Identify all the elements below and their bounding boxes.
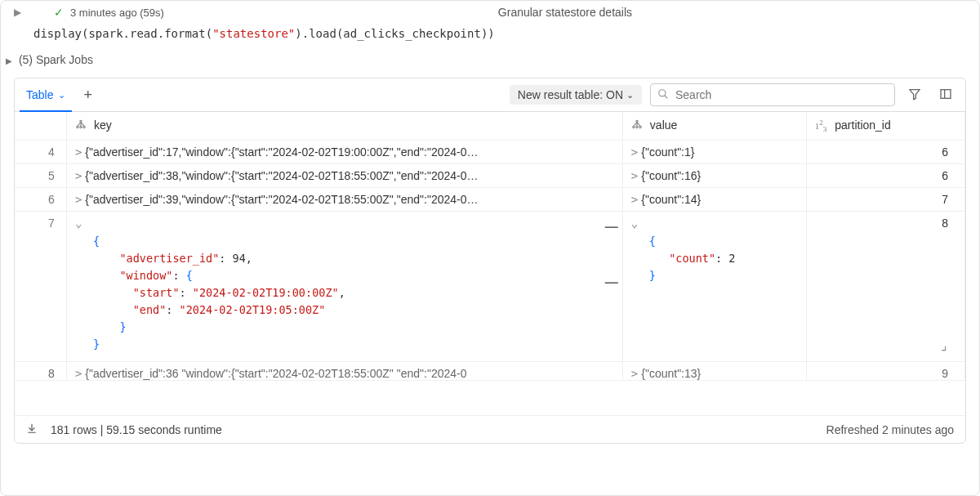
cell-title: Granular statestore details: [164, 6, 966, 19]
svg-point-12: [636, 120, 638, 122]
json-value-content: { "count": 2 }: [631, 230, 798, 288]
col-header-partition-label: partition_id: [835, 118, 891, 132]
svg-line-16: [634, 123, 637, 127]
table-row[interactable]: 4>{"advertiser_id":17,"window":{"start":…: [15, 141, 965, 164]
expand-chevron-icon[interactable]: >: [75, 193, 82, 206]
svg-rect-3: [941, 89, 951, 98]
svg-point-6: [77, 126, 78, 127]
expand-chevron-icon[interactable]: >: [75, 367, 82, 380]
code-string: "statestore": [212, 27, 295, 40]
svg-line-9: [78, 123, 81, 127]
table-row[interactable]: 6>{"advertiser_id":39,"window":{"start":…: [15, 188, 965, 212]
expand-chevron-icon[interactable]: >: [631, 193, 638, 206]
col-header-key[interactable]: key: [66, 112, 622, 141]
spark-jobs-label: (5) Spark Jobs: [19, 53, 93, 66]
cell-value-expanded[interactable]: ⌄{ "count": 2 }: [622, 212, 806, 361]
run-cell-icon[interactable]: ▶: [14, 7, 21, 18]
col-header-partition[interactable]: 123 partition_id: [806, 112, 964, 141]
json-key-content: { "advertiser_id": 94, "window": { "star…: [75, 230, 614, 355]
table-row-expanded[interactable]: 7⌄{ "advertiser_id": 94, "window": { "st…: [15, 212, 965, 361]
col-header-key-label: key: [94, 118, 112, 132]
row-index: 4: [15, 141, 66, 164]
cell-key[interactable]: >{"advertiser_id":36 "window":{"start":"…: [66, 361, 622, 380]
collapse-chevron-icon[interactable]: ⌄: [75, 217, 82, 230]
result-toolbar: Table ⌄ + New result table: ON ⌄: [15, 78, 965, 112]
tab-table[interactable]: Table ⌄: [23, 83, 69, 106]
tab-label: Table: [26, 88, 53, 101]
resize-corner-icon[interactable]: ⌟: [941, 337, 947, 353]
search-icon: [657, 88, 669, 102]
cell-key[interactable]: >{"advertiser_id":17,"window":{"start":"…: [66, 141, 622, 164]
inline-scrollbar[interactable]: ——: [606, 220, 617, 290]
cell-partition: 6: [806, 164, 964, 188]
result-panel: Table ⌄ + New result table: ON ⌄: [14, 78, 966, 444]
cell-partition: 7: [806, 188, 964, 212]
search-box[interactable]: [650, 83, 895, 106]
svg-point-13: [633, 126, 635, 127]
expand-chevron-icon[interactable]: >: [75, 145, 82, 159]
row-index: 5: [15, 164, 66, 188]
chevron-down-icon: ⌄: [58, 90, 65, 101]
chevron-down-icon: ⌄: [626, 90, 634, 101]
cell-partition: 9: [806, 361, 964, 380]
cell-key-expanded[interactable]: ⌄{ "advertiser_id": 94, "window": { "sta…: [66, 212, 622, 361]
cell-value[interactable]: >{"count":1}: [622, 141, 806, 164]
table-row[interactable]: 5>{"advertiser_id":38,"window":{"start":…: [15, 164, 965, 188]
cell-key[interactable]: >{"advertiser_id":38,"window":{"start":"…: [66, 164, 622, 188]
expand-chevron-icon[interactable]: >: [631, 145, 638, 159]
filter-icon[interactable]: [903, 84, 926, 106]
download-icon[interactable]: [26, 422, 38, 436]
numeric-type-icon: 123: [815, 121, 827, 131]
svg-point-5: [80, 120, 82, 122]
result-footer: 181 rows | 59.15 seconds runtime Refresh…: [15, 415, 965, 443]
struct-type-icon: [75, 121, 89, 131]
result-table: key value 123 partition_id: [15, 112, 965, 415]
svg-line-1: [665, 95, 668, 98]
cell-value[interactable]: >{"count":13}: [622, 361, 806, 380]
row-summary: 181 rows | 59.15 seconds runtime: [51, 423, 222, 436]
cell-header: ▶ ✓ 3 minutes ago (59s) Granular statest…: [1, 1, 979, 24]
row-index: 8: [15, 361, 66, 380]
cell-value[interactable]: >{"count":14}: [622, 188, 806, 212]
caret-right-icon: ▶: [6, 56, 12, 65]
spark-jobs-toggle[interactable]: ▶ (5) Spark Jobs: [1, 50, 979, 73]
code-punct: ).load(: [295, 27, 343, 40]
row-index: 6: [15, 188, 66, 212]
cell-value[interactable]: >{"count":16}: [622, 164, 806, 188]
refreshed-label: Refreshed 2 minutes ago: [826, 423, 954, 436]
col-header-value[interactable]: value: [622, 112, 806, 141]
add-tab-button[interactable]: +: [77, 87, 99, 104]
row-index: 7: [15, 212, 66, 361]
toggle-label: New result table: ON: [518, 88, 623, 101]
expand-chevron-icon[interactable]: >: [631, 169, 638, 182]
svg-point-14: [636, 126, 638, 127]
code-line[interactable]: display(spark.read.format("statestore").…: [1, 24, 979, 50]
expand-chevron-icon[interactable]: >: [631, 367, 638, 380]
svg-line-11: [81, 123, 84, 127]
collapse-chevron-icon[interactable]: ⌄: [631, 217, 638, 230]
code-variable: ad_clicks_checkpoint: [343, 27, 481, 40]
svg-point-15: [639, 126, 641, 127]
success-check-icon: ✓: [54, 6, 64, 19]
notebook-cell: ▶ ✓ 3 minutes ago (59s) Granular statest…: [0, 0, 980, 496]
result-table-toggle[interactable]: New result table: ON ⌄: [510, 85, 642, 105]
code-punct-end: )): [481, 27, 495, 40]
svg-marker-2: [910, 89, 920, 99]
col-header-index[interactable]: [15, 112, 66, 141]
cell-key[interactable]: >{"advertiser_id":39,"window":{"start":"…: [66, 188, 622, 212]
svg-point-7: [80, 126, 82, 127]
struct-type-icon: [631, 121, 645, 131]
code-fn: display(spark.read.format(: [33, 27, 212, 40]
run-timestamp: 3 minutes ago (59s): [70, 7, 164, 19]
cell-partition: 6: [806, 141, 964, 164]
svg-point-8: [83, 126, 85, 127]
table-header-row: key value 123 partition_id: [15, 112, 965, 141]
expand-chevron-icon[interactable]: >: [75, 169, 82, 182]
svg-line-18: [637, 123, 640, 127]
svg-point-0: [659, 89, 666, 96]
columns-icon[interactable]: [934, 84, 957, 106]
col-header-value-label: value: [650, 118, 677, 132]
table-row[interactable]: 8>{"advertiser_id":36 "window":{"start":…: [15, 361, 965, 380]
search-input[interactable]: [674, 87, 888, 102]
